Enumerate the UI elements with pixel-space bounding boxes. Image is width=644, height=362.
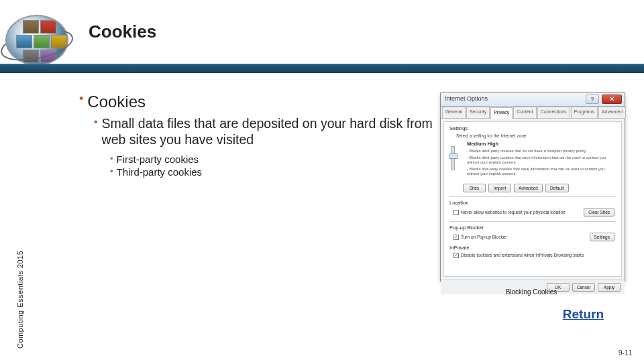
group-popup: Pop-up Blocker [449,225,616,231]
bullet-l2: Small data files that are deposited on y… [102,115,435,148]
content-area: • Cookies • Small data files that are de… [79,93,435,179]
figure-caption: Blocking Cookies [439,288,624,296]
header-band [0,64,644,73]
location-checkbox[interactable]: Never allow websites to request your phy… [453,210,566,215]
sidebar-label: Computing Essentials 2015 [16,235,27,349]
clear-sites-button[interactable]: Clear Sites [584,208,614,217]
popup-settings-button[interactable]: Settings [590,233,615,241]
privacy-level: Medium High [467,141,616,147]
tab-programs[interactable]: Programs [571,107,598,118]
popup-checkbox[interactable]: ✓Turn on Pop-up Blocker [453,235,506,240]
popup-chk-label: Turn on Pop-up Blocker [461,235,506,239]
bullet-icon: • [79,93,83,106]
group-inprivate: InPrivate [449,245,616,251]
return-link[interactable]: Return [563,307,604,322]
advanced-button[interactable]: Advanced [514,184,543,192]
tab-connections[interactable]: Connections [537,107,570,118]
inprivate-checkbox[interactable]: ✓Disable toolbars and extensions when In… [453,253,616,258]
default-button[interactable]: Default [545,184,569,192]
tab-privacy[interactable]: Privacy [490,107,513,119]
tab-content[interactable]: Content [513,107,537,118]
bullet-l3a: First-party cookies [117,154,199,165]
help-button[interactable]: ? [586,95,599,104]
bullet-l1: Cookies [87,93,146,111]
slide-title: Cookies [89,21,156,42]
group-location: Location [449,200,616,206]
bullet-icon: • [94,115,98,128]
internet-options-dialog: Internet Options ? ✕ General Security Pr… [440,93,625,282]
close-button[interactable]: ✕ [602,95,622,104]
page-number: 9-11 [619,349,632,357]
dialog-title: Internet Options ? ✕ [441,93,625,107]
privacy-desc-2: - Blocks third-party cookies that save i… [467,156,616,166]
privacy-desc-1: - Blocks third-party cookies that do not… [467,149,616,154]
dialog-panel: Settings Select a setting for the Intern… [443,121,622,277]
bullet-icon: • [110,154,113,165]
textbook-logo [5,15,72,66]
bullet-l3b: Third-party cookies [117,166,203,178]
tab-advanced[interactable]: Advanced [598,107,626,118]
bullet-icon: • [110,166,113,178]
tab-security[interactable]: Security [466,107,490,118]
privacy-desc-3: - Blocks first-party cookies that save i… [467,167,616,177]
zone-prompt: Select a setting for the Internet zone. [456,133,616,138]
dialog-title-text: Internet Options [445,95,488,102]
tab-general[interactable]: General [442,107,466,118]
import-button[interactable]: Import [488,184,511,192]
dialog-tabs: General Security Privacy Content Connect… [441,107,625,119]
privacy-slider[interactable] [451,146,455,170]
sites-button[interactable]: Sites [463,184,486,192]
location-chk-label: Never allow websites to request your phy… [461,210,566,215]
inprivate-chk-label: Disable toolbars and extensions when InP… [461,253,584,257]
group-settings: Settings [449,125,616,131]
